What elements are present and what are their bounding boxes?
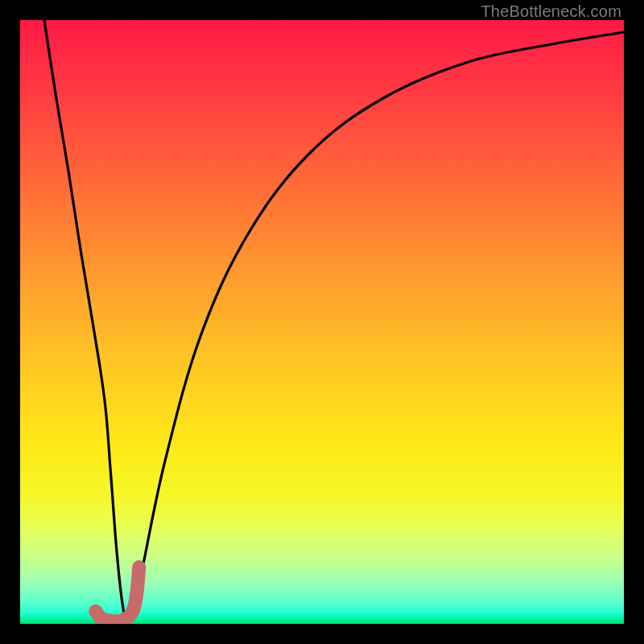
bottleneck-curve-svg (20, 20, 624, 624)
bottleneck-curve (44, 20, 624, 624)
attribution-watermark: TheBottleneck.com (481, 2, 621, 21)
plot-area (20, 20, 624, 624)
chart-frame: TheBottleneck.com (0, 0, 644, 644)
j-highlight-stroke (96, 568, 139, 621)
